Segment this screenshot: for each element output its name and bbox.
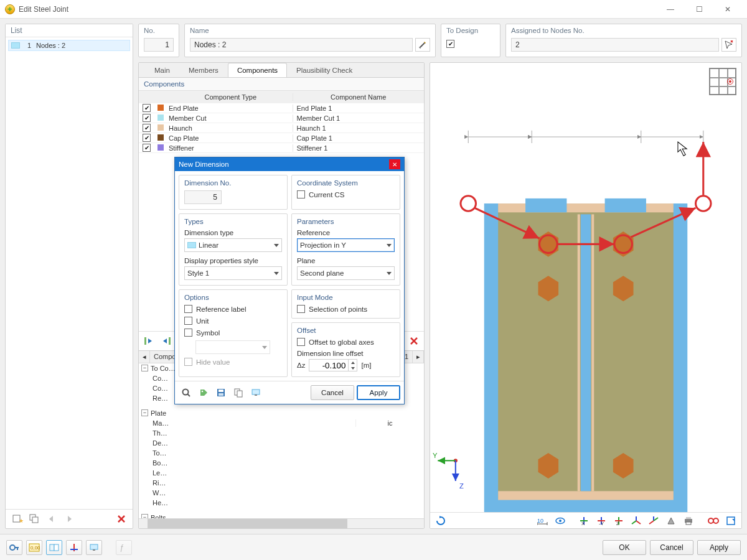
nav-left-button[interactable] — [44, 512, 59, 526]
display-style-select[interactable]: Style 1 — [184, 266, 282, 280]
key-button[interactable] — [6, 540, 22, 555]
svg-rect-15 — [169, 337, 171, 345]
apply-button[interactable]: Apply — [697, 540, 741, 555]
offset-spinner[interactable] — [309, 359, 357, 371]
dialog-tag-button[interactable] — [196, 386, 211, 399]
column-header-type: Component Type — [166, 93, 293, 101]
dialog-copy-button[interactable] — [231, 386, 246, 399]
dialog-search-button[interactable] — [179, 386, 194, 399]
row-checkbox[interactable] — [143, 124, 151, 132]
new-item-button[interactable]: ★ — [9, 512, 24, 526]
row-checkbox[interactable] — [143, 114, 151, 122]
main-footer: 0,00 ƒ OK Cancel Apply — [0, 534, 747, 560]
horizontal-scrollbar[interactable] — [139, 518, 424, 528]
component-row[interactable]: Stiffener Stiffener 1 — [139, 143, 424, 153]
no-input[interactable] — [144, 38, 174, 52]
delete-component-button[interactable] — [406, 334, 421, 348]
component-row[interactable]: Cap Plate Cap Plate 1 — [139, 133, 424, 143]
dialog-screen-button[interactable] — [248, 386, 263, 399]
dimension-tool-button[interactable]: 10 — [535, 514, 551, 528]
reference-label-checkbox[interactable] — [184, 305, 192, 313]
iso-view-button-2[interactable] — [646, 514, 662, 528]
cancel-button[interactable]: Cancel — [650, 540, 693, 555]
glasses-button[interactable] — [705, 514, 721, 528]
list-item[interactable]: 1 Nodes : 2 — [8, 40, 130, 51]
dialog-cancel-button[interactable]: Cancel — [311, 385, 354, 400]
dialog-apply-button[interactable]: Apply — [357, 385, 400, 400]
minimize-button[interactable]: — — [656, 0, 685, 19]
tab-members[interactable]: Members — [179, 63, 228, 77]
row-checkbox[interactable] — [143, 144, 151, 152]
assigned-label: Assigned to Nodes No. — [511, 27, 736, 34]
delete-item-button[interactable] — [114, 512, 129, 526]
spinner-down[interactable] — [348, 365, 357, 371]
view-y-button[interactable]: -Y — [593, 514, 609, 528]
preview-viewport[interactable]: Y Z 10 X -Y Z — [430, 62, 742, 529]
maximize-button[interactable]: ☐ — [685, 0, 713, 19]
nav-right-button[interactable] — [62, 512, 77, 526]
rename-button[interactable] — [415, 38, 430, 52]
close-button[interactable]: ✕ — [713, 0, 742, 19]
svg-rect-29 — [498, 491, 674, 500]
show-button[interactable] — [86, 540, 102, 555]
iso-view-button[interactable] — [628, 514, 644, 528]
svg-point-81 — [713, 518, 718, 523]
view-cube[interactable] — [709, 68, 736, 95]
name-input[interactable] — [190, 38, 413, 52]
dialog-save-button[interactable] — [214, 386, 228, 399]
collapse-icon[interactable]: − — [141, 409, 148, 416]
offset-global-checkbox[interactable] — [297, 338, 305, 346]
layers-button[interactable] — [46, 540, 62, 555]
tab-components[interactable]: Components — [228, 63, 287, 77]
collapse-icon[interactable]: − — [141, 365, 148, 371]
tab-plausibility[interactable]: Plausibility Check — [287, 63, 362, 77]
svg-line-71 — [632, 521, 636, 524]
visibility-button[interactable] — [552, 514, 568, 528]
plane-select[interactable]: Second plane — [297, 266, 395, 280]
titlebar: ✚ Edit Steel Joint — ☐ ✕ — [0, 0, 747, 19]
dialog-close-button[interactable]: ✕ — [389, 159, 400, 169]
component-row[interactable]: Haunch Haunch 1 — [139, 123, 424, 133]
window-title: Edit Steel Joint — [19, 5, 68, 14]
list-tree[interactable]: 1 Nodes : 2 — [6, 37, 133, 509]
reference-select[interactable]: Projection in Y — [297, 238, 395, 252]
assigned-input[interactable] — [511, 38, 719, 52]
offset-input[interactable] — [309, 360, 348, 371]
ok-button[interactable]: OK — [603, 540, 646, 555]
to-design-checkbox[interactable] — [446, 40, 454, 48]
view-x-button[interactable]: X — [576, 514, 592, 528]
component-row[interactable]: End Plate End Plate 1 — [139, 103, 424, 113]
indent-right-button[interactable] — [159, 334, 174, 348]
current-cs-checkbox[interactable] — [297, 190, 305, 198]
pick-nodes-button[interactable] — [721, 38, 736, 52]
component-row[interactable]: Member Cut Member Cut 1 — [139, 113, 424, 123]
copy-item-button[interactable] — [27, 512, 42, 526]
script-button[interactable]: ƒ — [116, 540, 132, 555]
svg-rect-90 — [54, 544, 59, 551]
row-checkbox[interactable] — [143, 104, 151, 112]
refresh-preview-button[interactable] — [433, 514, 449, 528]
symbol-checkbox[interactable] — [184, 329, 192, 337]
dimension-type-select[interactable]: Linear — [184, 238, 282, 252]
row-swatch-icon — [157, 134, 164, 141]
svg-rect-89 — [50, 544, 54, 551]
indent-left-button[interactable] — [141, 334, 156, 348]
row-checkbox[interactable] — [143, 134, 151, 142]
spinner-up[interactable] — [348, 360, 357, 365]
print-button[interactable] — [680, 514, 697, 528]
chevron-down-icon — [387, 272, 392, 275]
svg-marker-16 — [163, 338, 167, 343]
selection-points-checkbox[interactable] — [297, 305, 305, 313]
units-button[interactable]: 0,00 — [26, 540, 42, 555]
expand-button[interactable] — [723, 514, 739, 528]
shaded-button[interactable] — [663, 514, 679, 528]
name-label: Name — [190, 27, 430, 34]
model-button[interactable] — [66, 540, 82, 555]
svg-rect-106 — [252, 390, 260, 394]
collapse-icon[interactable]: − — [141, 514, 148, 518]
tab-main[interactable]: Main — [145, 63, 179, 77]
dimension-no-input[interactable] — [184, 190, 222, 204]
view-z-button[interactable]: Z — [611, 514, 627, 528]
unit-checkbox[interactable] — [184, 317, 192, 325]
svg-marker-83 — [732, 519, 735, 521]
